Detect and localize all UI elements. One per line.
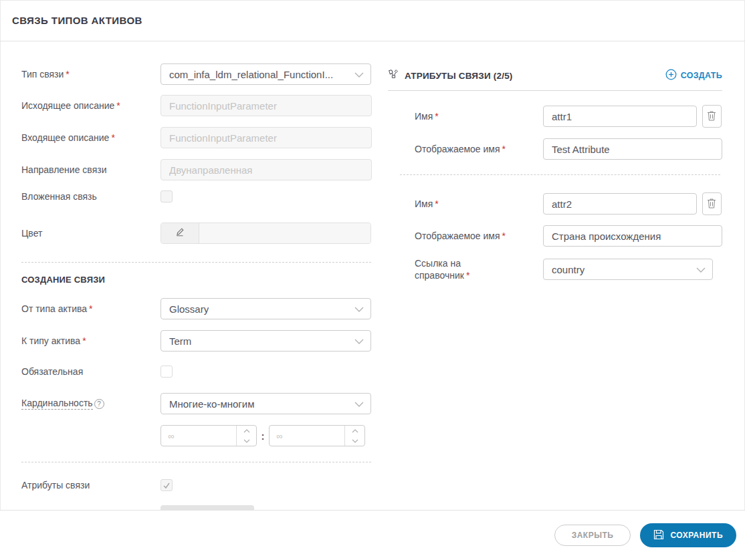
trash-icon xyxy=(707,198,716,211)
attribute-1-name-input[interactable] xyxy=(543,106,697,127)
from-asset-type-select[interactable]: Glossary xyxy=(161,298,371,319)
attribute-name-label: Имя xyxy=(415,198,433,209)
relation-attributes-panel: АТРИБУТЫ СВЯЗИ (2/5) СОЗДАТЬ Имя* xyxy=(388,41,722,510)
relation-form: Тип связи* com_infa_ldm_relational_Funct… xyxy=(0,41,372,510)
dialog-header: СВЯЗЬ ТИПОВ АКТИВОВ xyxy=(0,0,745,41)
to-asset-type-label: К типу актива xyxy=(21,335,80,346)
question-circle-icon[interactable]: ? xyxy=(94,399,104,409)
attribute-2-name-input[interactable] xyxy=(543,193,697,215)
attribute-2-name-row: Имя* xyxy=(388,192,722,215)
chevron-down-icon xyxy=(696,264,706,275)
attribute-1-display-name-input[interactable] xyxy=(543,138,722,160)
attribute-2-reference-row: Ссылка на справочник* country xyxy=(388,257,722,281)
spinner-down-icon[interactable] xyxy=(345,436,364,446)
required-mark: * xyxy=(502,144,506,154)
attribute-1-name-row: Имя* xyxy=(388,105,722,128)
attribute-display-name-label: Отображаемое имя xyxy=(415,144,500,154)
close-button-label: ЗАКРЫТЬ xyxy=(572,531,614,540)
required-mark: * xyxy=(502,231,506,241)
color-row: Цвет xyxy=(21,223,372,244)
nested-relation-label: Вложенная связь xyxy=(21,191,161,202)
save-button[interactable]: СОХРАНИТЬ xyxy=(640,523,736,547)
relation-type-value: com_infa_ldm_relational_FunctionI... xyxy=(169,69,333,80)
divider xyxy=(21,262,371,263)
trash-icon xyxy=(707,110,716,123)
color-label: Цвет xyxy=(21,228,161,239)
dialog-title: СВЯЗЬ ТИПОВ АКТИВОВ xyxy=(12,15,142,26)
attribute-name-label: Имя xyxy=(415,111,433,122)
save-button-label: СОХРАНИТЬ xyxy=(670,531,723,540)
nested-relation-row: Вложенная связь xyxy=(21,190,372,202)
from-asset-type-label: От типа актива xyxy=(21,303,87,314)
cardinality-max-spinner xyxy=(269,425,365,446)
outgoing-description-row: Исходящее описание* xyxy=(21,95,372,116)
from-asset-type-row: От типа актива* Glossary xyxy=(21,298,372,319)
cardinality-row: Кардинальность ? Многие-ко-многим xyxy=(21,393,372,414)
direction-label: Направление связи xyxy=(21,164,161,175)
required-mark: * xyxy=(435,198,438,209)
cardinality-value: Многие-ко-многим xyxy=(169,398,254,410)
incoming-description-label: Входящее описание xyxy=(21,132,109,143)
cardinality-label: Кардинальность xyxy=(21,398,93,410)
relation-attributes-toggle-label: Атрибуты связи xyxy=(21,480,161,491)
asset-type-relation-dialog: СВЯЗЬ ТИПОВ АКТИВОВ Тип связи* com_infa_… xyxy=(0,0,745,560)
tags-icon xyxy=(388,69,399,82)
cardinality-min-spinner xyxy=(161,425,257,446)
spinner-up-icon[interactable] xyxy=(237,426,256,436)
required-mark: * xyxy=(89,303,92,314)
delete-attribute-2-button[interactable] xyxy=(702,192,722,215)
create-attribute-button[interactable]: СОЗДАТЬ xyxy=(665,69,722,82)
relation-type-row: Тип связи* com_infa_ldm_relational_Funct… xyxy=(21,63,372,85)
attributes-panel-title: АТРИБУТЫ СВЯЗИ (2/5) xyxy=(405,71,513,81)
from-asset-type-value: Glossary xyxy=(169,303,209,315)
relation-type-select[interactable]: com_infa_ldm_relational_FunctionI... xyxy=(161,63,371,85)
required-mark: * xyxy=(82,335,86,346)
to-asset-type-row: К типу актива* Term xyxy=(21,330,372,352)
divider xyxy=(388,90,722,91)
chevron-down-icon xyxy=(354,398,364,410)
clipped-button xyxy=(161,505,254,510)
required-mark: * xyxy=(466,270,469,281)
delete-attribute-1-button[interactable] xyxy=(702,105,722,128)
chevron-down-icon xyxy=(354,303,364,315)
attribute-1-display-name-row: Отображаемое имя* xyxy=(388,138,722,160)
cardinality-min-input[interactable] xyxy=(161,426,236,446)
spinner-down-icon[interactable] xyxy=(237,436,256,446)
dialog-footer: ЗАКРЫТЬ СОХРАНИТЬ xyxy=(0,510,745,560)
outgoing-description-label: Исходящее описание xyxy=(21,100,114,111)
attribute-2-reference-select[interactable]: country xyxy=(543,259,713,280)
cardinality-separator: : xyxy=(257,430,269,442)
to-asset-type-select[interactable]: Term xyxy=(161,330,371,352)
relation-type-label: Тип связи xyxy=(21,69,64,80)
attribute-reference-label: Ссылка на справочник xyxy=(415,258,464,281)
pencil-icon xyxy=(175,227,185,240)
relation-attributes-checkbox xyxy=(161,479,173,491)
attributes-panel-header: АТРИБУТЫ СВЯЗИ (2/5) СОЗДАТЬ xyxy=(388,69,722,82)
create-attribute-label: СОЗДАТЬ xyxy=(681,71,722,80)
color-value-field xyxy=(199,223,370,243)
divider xyxy=(21,462,371,462)
color-widget xyxy=(161,223,371,244)
direction-row: Направление связи xyxy=(21,159,372,180)
close-button[interactable]: ЗАКРЫТЬ xyxy=(554,525,631,546)
chevron-down-icon xyxy=(354,335,364,347)
plus-circle-icon xyxy=(665,69,677,82)
nested-relation-checkbox xyxy=(161,190,173,202)
attribute-2-reference-value: country xyxy=(552,264,584,275)
attribute-2-display-name-input[interactable] xyxy=(543,225,722,247)
incoming-description-row: Входящее описание* xyxy=(21,127,372,148)
cardinality-select[interactable]: Многие-ко-многим xyxy=(161,393,371,414)
color-edit-button[interactable] xyxy=(161,223,199,243)
creation-section-title: СОЗДАНИЕ СВЯЗИ xyxy=(21,275,372,285)
spinner-up-icon[interactable] xyxy=(345,426,364,436)
mandatory-checkbox[interactable] xyxy=(161,366,173,378)
outgoing-description-input xyxy=(161,95,372,116)
required-mark: * xyxy=(111,132,114,143)
relation-attributes-toggle-row: Атрибуты связи xyxy=(21,479,372,491)
dialog-body: Тип связи* com_infa_ldm_relational_Funct… xyxy=(0,41,745,510)
attribute-display-name-label: Отображаемое имя xyxy=(415,231,500,241)
cardinality-max-input[interactable] xyxy=(270,426,344,446)
required-mark: * xyxy=(116,100,120,111)
cardinality-limits-row: : xyxy=(21,425,372,446)
to-asset-type-value: Term xyxy=(169,335,191,347)
